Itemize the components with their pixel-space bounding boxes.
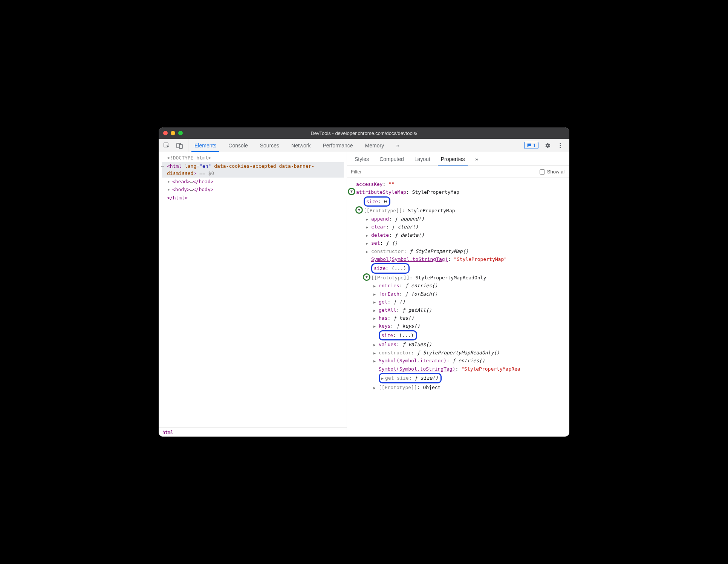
- issues-count: 1: [533, 143, 536, 148]
- svg-point-3: [560, 143, 561, 144]
- expand-marker-icon: ▼: [355, 206, 363, 214]
- devtools-window: DevTools - developer.chrome.com/docs/dev…: [159, 127, 569, 437]
- expand-marker-icon: ▼: [348, 188, 355, 195]
- html-open-line[interactable]: <html lang="en" data-cookies-accepted da…: [162, 162, 344, 178]
- svg-rect-2: [179, 144, 182, 149]
- prop-keys[interactable]: ▶keys: ƒ keys(): [349, 322, 568, 330]
- prop-prototype-1[interactable]: ▼[[Prototype]]: StylePropertyMap: [349, 207, 568, 215]
- kebab-icon[interactable]: [557, 142, 564, 149]
- doctype-line[interactable]: <!DOCTYPE html>: [162, 154, 344, 162]
- side-tab-layout[interactable]: Layout: [409, 152, 436, 166]
- prop-has[interactable]: ▶has: ƒ has(): [349, 314, 568, 322]
- prop-attributestylemap[interactable]: ▼attributeStyleMap: StylePropertyMap: [349, 188, 568, 196]
- prop-constructor-2[interactable]: ▶constructor: ƒ StylePropertyMapReadOnly…: [349, 349, 568, 357]
- zoom-button[interactable]: [178, 131, 183, 135]
- html-close-line[interactable]: </html>: [162, 194, 344, 202]
- issues-badge[interactable]: 1: [524, 142, 538, 149]
- prop-get[interactable]: ▶get: ƒ (): [349, 298, 568, 306]
- inspect-icon[interactable]: [163, 142, 171, 149]
- highlight-box: size: 0: [364, 196, 390, 207]
- tab-sources[interactable]: Sources: [254, 139, 285, 152]
- head-line[interactable]: ▶<head>…</head>: [162, 178, 344, 186]
- filter-input[interactable]: [351, 169, 536, 175]
- show-all-checkbox[interactable]: [540, 169, 545, 175]
- show-all-label: Show all: [547, 169, 566, 175]
- tab-more[interactable]: »: [390, 139, 405, 152]
- prop-prototype-3[interactable]: ▶[[Prototype]]: Object: [349, 383, 568, 391]
- side-tab-more[interactable]: »: [470, 152, 484, 166]
- prop-accesskey[interactable]: accessKey: "": [349, 180, 568, 188]
- tab-memory[interactable]: Memory: [359, 139, 390, 152]
- prop-symbol-iterator[interactable]: ▶Symbol(Symbol.iterator): ƒ entries(): [349, 357, 568, 365]
- properties-tree[interactable]: accessKey: "" ▼attributeStyleMap: StyleP…: [347, 178, 569, 437]
- prop-values[interactable]: ▶values: ƒ values(): [349, 340, 568, 348]
- highlight-box: size: (...): [379, 330, 417, 340]
- prop-clear[interactable]: ▶clear: ƒ clear(): [349, 223, 568, 231]
- elements-pane: <!DOCTYPE html> <html lang="en" data-coo…: [159, 152, 347, 437]
- prop-symbol-tostring-1[interactable]: Symbol(Symbol.toStringTag): "StyleProper…: [349, 255, 568, 263]
- tool-icons: [159, 139, 188, 152]
- svg-point-4: [560, 145, 561, 146]
- titlebar: DevTools - developer.chrome.com/docs/dev…: [159, 127, 569, 139]
- toolbar-right: 1: [519, 139, 569, 152]
- tab-console[interactable]: Console: [222, 139, 254, 152]
- prop-size-ellipsis-2[interactable]: size: (...): [349, 330, 568, 340]
- tab-performance[interactable]: Performance: [317, 139, 359, 152]
- prop-delete[interactable]: ▶delete: ƒ delete(): [349, 231, 568, 239]
- device-toggle-icon[interactable]: [176, 142, 184, 149]
- sidebar-pane: Styles Computed Layout Properties » Show…: [347, 152, 569, 437]
- prop-symbol-tostring-2[interactable]: Symbol(Symbol.toStringTag): "StyleProper…: [349, 365, 568, 373]
- close-button[interactable]: [163, 131, 168, 135]
- side-tabs: Styles Computed Layout Properties »: [347, 152, 569, 166]
- highlight-box: ▶get size: ƒ size(): [379, 373, 442, 383]
- side-tab-computed[interactable]: Computed: [374, 152, 409, 166]
- settings-icon[interactable]: [544, 142, 551, 149]
- prop-append[interactable]: ▶append: ƒ append(): [349, 215, 568, 223]
- side-tab-properties[interactable]: Properties: [436, 152, 470, 166]
- side-tab-styles[interactable]: Styles: [349, 152, 374, 166]
- prop-prototype-2[interactable]: ▼[[Prototype]]: StylePropertyMapReadOnly: [349, 274, 568, 282]
- breadcrumb[interactable]: html: [159, 428, 347, 437]
- filter-bar: Show all: [347, 166, 569, 178]
- window-title: DevTools - developer.chrome.com/docs/dev…: [159, 130, 569, 136]
- traffic-lights: [163, 131, 183, 135]
- expand-marker-icon: ▼: [363, 273, 370, 281]
- prop-foreach[interactable]: ▶forEach: ƒ forEach(): [349, 290, 568, 298]
- prop-get-size[interactable]: ▶get size: ƒ size(): [349, 373, 568, 383]
- minimize-button[interactable]: [171, 131, 175, 135]
- prop-set[interactable]: ▶set: ƒ (): [349, 239, 568, 247]
- main-toolbar: Elements Console Sources Network Perform…: [159, 139, 569, 152]
- prop-constructor-1[interactable]: ▶constructor: ƒ StylePropertyMap(): [349, 247, 568, 255]
- body-line[interactable]: ▶<body>…</body>: [162, 185, 344, 194]
- tab-network[interactable]: Network: [285, 139, 317, 152]
- prop-getall[interactable]: ▶getAll: ƒ getAll(): [349, 306, 568, 314]
- tab-elements[interactable]: Elements: [188, 139, 222, 152]
- highlight-box: size: (...): [371, 263, 410, 273]
- show-all-toggle[interactable]: Show all: [540, 169, 566, 175]
- prop-size-0[interactable]: size: 0: [349, 196, 568, 207]
- prop-size-ellipsis-1[interactable]: size: (...): [349, 263, 568, 273]
- svg-point-5: [560, 147, 561, 148]
- main-tabs: Elements Console Sources Network Perform…: [188, 139, 519, 152]
- prop-entries[interactable]: ▶entries: ƒ entries(): [349, 282, 568, 290]
- dom-tree[interactable]: <!DOCTYPE html> <html lang="en" data-coo…: [159, 152, 347, 428]
- content-area: <!DOCTYPE html> <html lang="en" data-coo…: [159, 152, 569, 437]
